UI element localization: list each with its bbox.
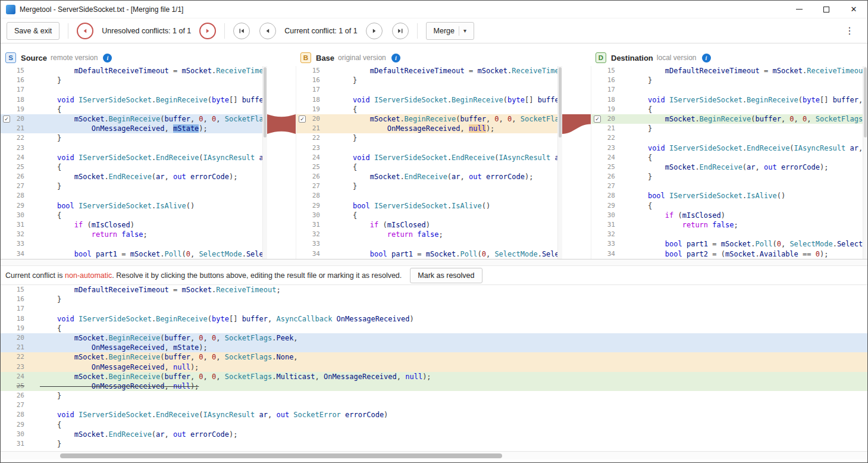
gutter xyxy=(591,143,603,153)
next-conflict-button[interactable] xyxy=(366,23,383,39)
line-number: 31 xyxy=(12,439,29,449)
base-pane: 15 mDefaultReceiveTimeout = mSocket.Rece… xyxy=(296,66,562,259)
line-number: 19 xyxy=(12,324,29,333)
next-unresolved-conflict-button[interactable] xyxy=(199,23,216,39)
code-line-29: 29 bool IServerSideSocket.IsAlive() xyxy=(296,201,562,211)
code-text: } xyxy=(29,391,61,401)
close-button[interactable]: ✕ xyxy=(840,1,867,18)
line-number: 22 xyxy=(308,133,325,143)
gutter xyxy=(591,124,603,133)
code-line-30: 30 mSocket.EndReceive(ar, out errorCode)… xyxy=(1,430,867,439)
code-line-15: 15 mDefaultReceiveTimeout = mSocket.Rece… xyxy=(591,66,867,76)
gutter xyxy=(1,372,12,381)
gutter: ✓ xyxy=(296,114,308,124)
minimize-icon xyxy=(796,9,803,10)
base-vertical-scrollbar[interactable] xyxy=(557,66,562,259)
code-text: mDefaultReceiveTimeout = mSocket.Receive… xyxy=(29,285,281,295)
code-line-24: 24 { xyxy=(591,153,867,162)
code-text: bool IServerSideSocket.IsAlive() xyxy=(620,191,785,201)
line-number: 26 xyxy=(12,391,29,401)
line-number: 29 xyxy=(12,201,29,211)
source-subtitle: remote version xyxy=(51,54,98,62)
save-exit-button[interactable]: Save & exit xyxy=(7,22,59,40)
code-line-27: 27 xyxy=(591,182,867,191)
code-line-17: 17 xyxy=(296,85,562,95)
code-text: } xyxy=(325,133,357,143)
window-controls: ✕ xyxy=(785,1,867,18)
code-text: OnMessageReceived, null); xyxy=(325,124,494,133)
code-text: void IServerSideSocket.BeginReceive(byte… xyxy=(620,95,867,105)
conflict-checkbox[interactable]: ✓ xyxy=(299,115,306,123)
minimize-button[interactable] xyxy=(785,1,813,18)
conflict-checkbox[interactable]: ✓ xyxy=(3,115,10,123)
first-conflict-button[interactable] xyxy=(233,23,250,39)
code-line-16: 16 } xyxy=(296,76,562,85)
code-line-32: 32 return false; xyxy=(1,230,267,239)
conflict-checkbox[interactable]: ✓ xyxy=(594,115,601,123)
code-line-25: 25 OnMessageReceived, null); xyxy=(1,381,867,391)
gutter xyxy=(296,249,308,259)
scrollbar-thumb[interactable] xyxy=(864,67,867,137)
app-icon xyxy=(6,5,15,14)
code-line-18: 18 void IServerSideSocket.BeginReceive(b… xyxy=(591,95,867,105)
scrollbar-thumb[interactable] xyxy=(264,67,267,137)
gutter xyxy=(1,352,12,362)
line-number: 33 xyxy=(308,239,325,249)
code-text: return false; xyxy=(325,230,443,239)
merge-split-divider xyxy=(459,26,459,36)
mark-as-resolved-button[interactable]: Mark as resolved xyxy=(410,268,482,283)
gutter xyxy=(296,201,308,211)
merge-dropdown-button[interactable]: Merge ▾ xyxy=(426,22,474,40)
code-text: { xyxy=(620,153,652,162)
line-number: 32 xyxy=(308,230,325,239)
code-text xyxy=(29,191,40,201)
base-subtitle: original version xyxy=(338,54,386,62)
scrollbar-thumb[interactable] xyxy=(60,453,502,458)
code-line-19: 19 { xyxy=(591,105,867,114)
source-title: Source xyxy=(21,54,47,62)
prev-conflict-button[interactable] xyxy=(259,23,276,39)
code-line-18: 18 void IServerSideSocket.BeginReceive(b… xyxy=(1,314,867,324)
line-number: 16 xyxy=(308,76,325,85)
code-text: mSocket.BeginReceive(buffer, 0, 0, Socke… xyxy=(29,372,431,381)
result-code[interactable]: 15 mDefaultReceiveTimeout = mSocket.Rece… xyxy=(1,285,867,449)
source-base-gap xyxy=(267,66,296,259)
code-line-23: 23 OnMessageReceived, null); xyxy=(1,362,867,372)
conflict-status-text: Current conflict is non-automatic. Resol… xyxy=(5,271,402,280)
source-vertical-scrollbar[interactable] xyxy=(262,66,267,259)
line-number: 27 xyxy=(308,182,325,191)
info-icon[interactable]: i xyxy=(103,54,112,62)
code-line-28: 28 void IServerSideSocket.EndReceive(IAs… xyxy=(1,410,867,420)
gutter xyxy=(591,133,603,143)
code-line-20: ✓20 mSocket.BeginReceive(buffer, 0, 0, S… xyxy=(296,114,562,124)
gutter xyxy=(1,85,12,95)
splitter[interactable] xyxy=(1,259,867,266)
line-number: 18 xyxy=(12,95,29,105)
line-number: 22 xyxy=(12,352,29,362)
code-text: void IServerSideSocket.EndReceive(IAsync… xyxy=(620,143,867,153)
gutter xyxy=(1,410,12,420)
overflow-menu-button[interactable]: ⋮ xyxy=(839,25,860,37)
code-line-17: 17 xyxy=(591,85,867,95)
code-line-19: 19 { xyxy=(1,324,867,333)
gutter xyxy=(296,143,308,153)
code-line-29: 29 { xyxy=(1,420,867,430)
status-prefix: Current conflict is xyxy=(5,271,65,280)
scrollbar-thumb[interactable] xyxy=(559,67,562,137)
destination-vertical-scrollbar[interactable] xyxy=(863,66,867,259)
gutter xyxy=(296,105,308,114)
code-text: bool IServerSideSocket.IsAlive() xyxy=(325,201,490,211)
prev-unresolved-conflict-button[interactable] xyxy=(77,23,93,39)
horizontal-scrollbar[interactable] xyxy=(1,451,867,459)
code-line-32: 32 return false; xyxy=(296,230,562,239)
info-icon[interactable]: i xyxy=(702,54,711,62)
info-icon[interactable]: i xyxy=(391,54,400,62)
code-line-18: 18 void IServerSideSocket.BeginReceive(b… xyxy=(1,95,267,105)
gutter xyxy=(296,182,308,191)
destination-badge-icon: D xyxy=(596,52,606,63)
gutter xyxy=(591,95,603,105)
code-text: { xyxy=(29,420,61,430)
code-line-23: 23 xyxy=(1,143,267,153)
last-conflict-button[interactable] xyxy=(392,23,409,39)
maximize-button[interactable] xyxy=(813,1,840,18)
